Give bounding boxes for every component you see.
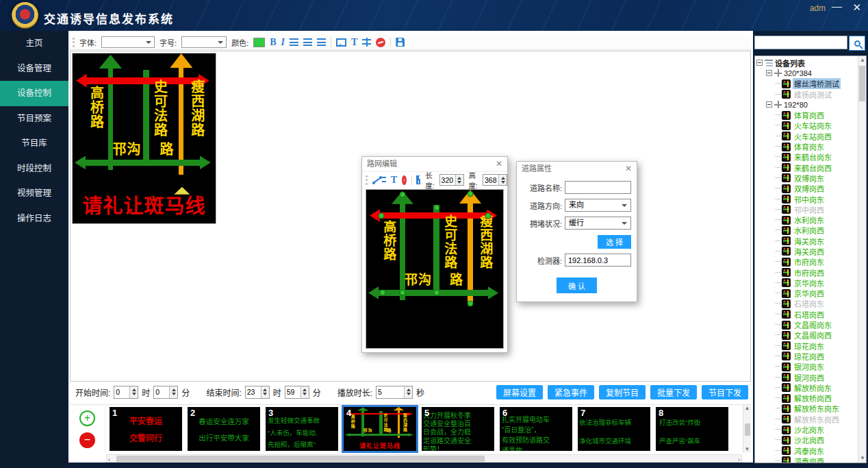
close-icon[interactable]: ✕ — [852, 1, 861, 14]
device-item[interactable]: 石塔岗东 — [776, 299, 857, 309]
length-stepper[interactable] — [439, 174, 464, 186]
spin-down-icon[interactable] — [170, 392, 177, 398]
device-item[interactable]: 来鹤台岗东 — [776, 152, 857, 162]
sidebar-item[interactable]: 操作日志 — [0, 206, 68, 232]
spin-down-icon[interactable] — [301, 392, 309, 398]
device-item[interactable]: 鸿泰岗东 — [776, 445, 857, 456]
device-item[interactable]: 石塔岗西 — [776, 309, 857, 319]
device-item[interactable]: 来鹤台岗西 — [776, 162, 857, 173]
text-tool-icon[interactable]: T — [351, 37, 357, 48]
font-size-dropdown[interactable] — [181, 36, 227, 48]
spin-up-icon[interactable] — [456, 175, 463, 180]
spin-up-icon[interactable] — [499, 175, 507, 180]
device-item[interactable]: 双博岗东 — [776, 173, 857, 183]
action-button[interactable]: 紧急事件 — [548, 385, 594, 399]
scroll-up-icon[interactable]: ▲ — [745, 405, 750, 412]
collapse-icon[interactable] — [766, 101, 772, 108]
road-direction-select[interactable]: 来向 — [565, 199, 631, 212]
color-swatch[interactable] — [253, 38, 265, 47]
device-item[interactable]: 京华岗东 — [776, 278, 857, 288]
detector-input[interactable] — [565, 254, 631, 267]
device-item[interactable]: 银河岗西 — [776, 372, 857, 382]
device-item[interactable]: 京华岗西 — [776, 288, 857, 299]
program-thumbnail-2[interactable]: 2 春运安全连万家 出行平安带大家 — [188, 407, 260, 451]
scroll-down-icon[interactable]: ▼ — [745, 446, 750, 453]
spin-down-icon[interactable] — [130, 392, 138, 398]
road-name-input[interactable] — [565, 181, 631, 194]
device-item[interactable]: 体育岗西 — [776, 110, 857, 120]
draw-road-icon[interactable] — [372, 175, 377, 184]
device-item[interactable]: 水利岗东 — [776, 214, 857, 225]
start-hour-input[interactable] — [114, 386, 129, 398]
device-item[interactable]: 火车站岗东 — [776, 121, 857, 131]
device-item[interactable]: 海关岗西 — [776, 246, 857, 256]
height-input[interactable] — [483, 175, 498, 185]
program-canvas[interactable]: 高桥路 史可法路 瘦西湖路 邗沟 路 请礼让斑马线 路网编辑 ✕ T — [70, 51, 751, 382]
scrollbar-thumb[interactable] — [745, 423, 750, 436]
program-thumbnail-4[interactable]: 4 高桥路 史可法路 瘦西湖路 邗沟 路 请礼让斑马线 — [344, 407, 416, 451]
road-node-handle[interactable] — [433, 290, 439, 296]
scroll-left-icon[interactable]: ‹ — [108, 456, 110, 463]
junction-icon[interactable] — [382, 175, 386, 184]
height-stepper[interactable] — [483, 174, 507, 186]
device-item[interactable]: 维扬岗测试 — [776, 89, 857, 99]
toolbar-grip[interactable] — [366, 175, 368, 185]
program-thumbnail-7[interactable]: 7 依法治理非标车辆 净化城市交通环境 — [578, 407, 650, 451]
device-item[interactable]: 沙北岗西 — [776, 435, 857, 445]
spin-down-icon[interactable] — [405, 392, 412, 398]
select-button[interactable]: 选 择 — [598, 235, 631, 249]
road-node-handle[interactable] — [485, 212, 492, 219]
scroll-right-icon[interactable]: › — [738, 456, 740, 463]
device-item[interactable]: 火车站岗西 — [776, 131, 857, 141]
action-button[interactable]: 屏幕设置 — [496, 385, 543, 399]
spin-up-icon[interactable] — [405, 386, 412, 393]
sidebar-item[interactable]: 视频管理 — [0, 181, 68, 206]
device-item[interactable]: 琼花岗东 — [776, 341, 857, 351]
align-center-icon[interactable] — [303, 38, 312, 46]
device-item[interactable]: 银河岗东 — [776, 362, 857, 372]
start-minute-stepper[interactable] — [153, 386, 178, 399]
road-node-handle[interactable] — [468, 190, 474, 197]
search-button[interactable] — [849, 36, 865, 51]
save-icon[interactable] — [396, 38, 405, 47]
playlist-vertical-scrollbar[interactable]: ▲ ▼ — [743, 405, 751, 453]
device-item[interactable]: 市府岗西 — [776, 267, 857, 278]
bold-icon[interactable]: B — [270, 37, 276, 48]
spin-up-icon[interactable] — [170, 386, 177, 393]
start-minute-input[interactable] — [154, 386, 169, 398]
program-thumbnail-5[interactable]: 5 大力开展秋冬季 交通安全整治百 日会战，全力稳 定道路交通安全 形势！ — [422, 407, 494, 451]
scrollbar-thumb[interactable] — [116, 456, 485, 462]
align-right-icon[interactable] — [317, 38, 326, 46]
device-item[interactable]: 体育岗东 — [776, 141, 857, 151]
sidebar-item[interactable]: 节目预案 — [0, 106, 68, 132]
playlist-horizontal-scrollbar[interactable]: ‹ › — [106, 454, 742, 463]
program-thumbnail-8[interactable]: 8 打击改装“炸街 严查严惩“飙车 — [656, 407, 728, 451]
road-properties-titlebar[interactable]: 道路属性 ✕ — [517, 162, 637, 176]
start-hour-stepper[interactable] — [114, 386, 138, 399]
congestion-select[interactable]: 缓行 — [565, 217, 631, 230]
spin-up-icon[interactable] — [130, 386, 138, 393]
toolbar-grip[interactable] — [73, 38, 75, 47]
device-item[interactable]: 解放桥东岗西 — [776, 414, 857, 424]
led-sign-preview[interactable]: 高桥路 史可法路 瘦西湖路 邗沟 路 请礼让斑马线 — [72, 53, 216, 224]
road-node-handle[interactable] — [380, 290, 386, 296]
scroll-down-icon[interactable]: ▼ — [860, 455, 865, 462]
add-program-button[interactable]: + — [79, 410, 95, 426]
program-thumbnail-6[interactable]: 6 扎实开展电动车 “百日整治”， 有效预防道路交 通事故。 — [500, 407, 572, 451]
device-item[interactable]: 海关岗东 — [776, 236, 857, 246]
device-item[interactable]: 双博岗西 — [776, 184, 857, 194]
spin-down-icon[interactable] — [261, 392, 269, 398]
confirm-button[interactable]: 确 认 — [557, 278, 597, 293]
device-item[interactable]: 琼花岗西 — [776, 351, 857, 361]
remove-program-button[interactable]: − — [79, 432, 95, 448]
device-item[interactable]: 文昌阁岗西 — [776, 330, 857, 341]
tree-root[interactable]: 设备列表 — [756, 58, 857, 68]
spin-down-icon[interactable] — [499, 180, 507, 186]
spin-up-icon[interactable] — [301, 386, 309, 393]
save-icon[interactable] — [416, 175, 420, 184]
spin-down-icon[interactable] — [456, 180, 463, 186]
device-item[interactable]: 鸿泰岗西 — [776, 456, 857, 463]
program-thumbnail-1[interactable]: 1 平安春运 交警同行 — [110, 407, 182, 451]
spin-up-icon[interactable] — [261, 386, 269, 393]
sidebar-item[interactable]: 时段控制 — [0, 156, 68, 182]
